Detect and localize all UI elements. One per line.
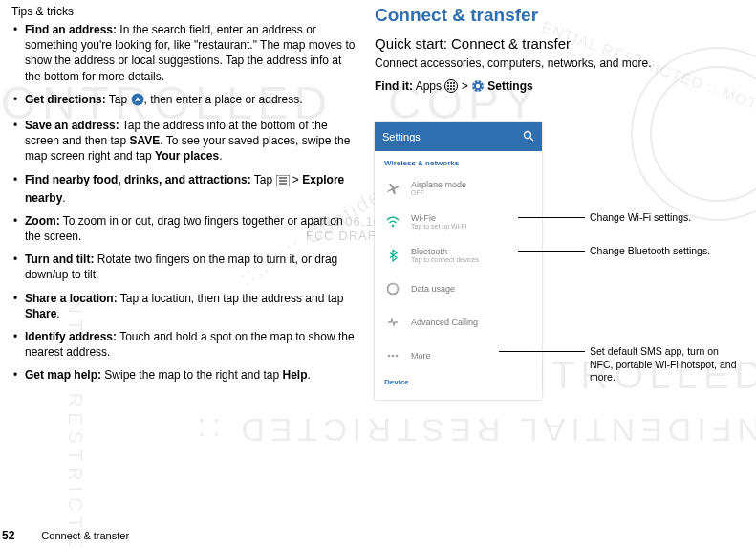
tip-label: Turn and tilt: [25, 252, 94, 266]
svg-line-28 [530, 138, 533, 141]
phone-section-head: Wireless & networks [375, 151, 542, 171]
tip-text: Tap [106, 93, 131, 106]
svg-point-31 [388, 354, 391, 357]
row-title: More [411, 351, 431, 361]
apps-icon [444, 79, 458, 96]
phone-mock: Settings Wireless & networks Airplane mo… [375, 122, 542, 400]
tip-label: Save an address: [25, 119, 119, 132]
phone-title: Settings [382, 131, 421, 142]
tip-label: Identify address: [25, 330, 117, 343]
svg-point-12 [450, 85, 452, 87]
tip-text: Tap [251, 173, 276, 186]
find-it-bold: Settings [485, 79, 533, 93]
phone-row-more[interactable]: More [375, 339, 542, 372]
find-it-label: Find it: [375, 79, 413, 93]
tip-text: . [307, 368, 310, 382]
phone-row-data[interactable]: Data usage [375, 272, 542, 305]
directions-icon [131, 93, 144, 110]
row-title: Wi-Fie [411, 213, 466, 223]
page-subtitle: Quick start: Connect & transfer [375, 35, 752, 52]
row-sub: OFF [411, 189, 466, 196]
list-item: Save an address: Tap the address info at… [11, 118, 359, 164]
list-item: Identify address: Touch and hold a spot … [11, 329, 359, 360]
tip-text: Tap a location, then tap the address and… [118, 292, 344, 305]
svg-point-27 [525, 132, 531, 139]
svg-point-8 [447, 82, 449, 84]
list-item: Share a location: Tap a location, then t… [11, 291, 359, 321]
tip-label: Find nearby food, drinks, and attraction… [25, 173, 251, 186]
tips-list: Find an address: In the search field, en… [11, 22, 359, 384]
airplane-icon [384, 180, 401, 197]
bluetooth-icon [384, 247, 401, 264]
row-title: Advanced Calling [411, 318, 478, 327]
tip-label: Find an address: [25, 23, 117, 36]
svg-point-10 [453, 82, 455, 84]
list-item: Get map help: Swipe the map to the right… [11, 367, 359, 383]
svg-point-32 [392, 354, 395, 357]
svg-point-14 [447, 88, 449, 90]
search-icon[interactable] [523, 130, 534, 143]
phone-device-head: Device [375, 372, 542, 386]
row-sub: Tap to set up Wi-Fi [411, 223, 466, 230]
phone-row-airplane[interactable]: Airplane modeOFF [375, 171, 542, 205]
advanced-calling-icon [384, 314, 401, 331]
callout-more: Set default SMS app, turn on NFC, portab… [590, 345, 743, 384]
tip-text: > [290, 173, 303, 186]
page-title: Connect & transfer [375, 5, 752, 26]
list-item: Get directions: Tap , then enter a place… [11, 92, 359, 110]
row-title: Data usage [411, 284, 455, 294]
svg-point-33 [396, 354, 399, 357]
list-item: Find an address: In the search field, en… [11, 22, 359, 84]
page-number: 52 [2, 529, 14, 542]
svg-point-15 [450, 88, 452, 90]
tip-text: Swipe the map to the right and tap [101, 368, 282, 382]
svg-point-11 [447, 85, 449, 87]
tip-text: . [219, 149, 222, 163]
tip-bold: Help [282, 368, 307, 382]
tip-text: . [56, 307, 59, 320]
tip-text: To zoom in or out, drag two fingers toge… [25, 214, 343, 243]
page-footer: 52 Connect & transfer [0, 529, 756, 542]
tip-bold: SAVE [129, 134, 160, 147]
find-it-text: Apps [413, 79, 444, 93]
menu-icon [276, 175, 290, 190]
tip-label: Get directions: [25, 93, 106, 106]
svg-point-9 [450, 82, 452, 84]
data-usage-icon [384, 280, 401, 297]
list-item: Turn and tilt: Rotate two fingers on the… [11, 252, 359, 282]
svg-point-13 [453, 85, 455, 87]
tip-bold: Your places [155, 149, 219, 163]
svg-point-18 [476, 84, 480, 88]
phone-row-bluetooth[interactable]: BluetoothTap to connect devices [375, 238, 542, 272]
phone-row-wifi[interactable]: Wi-FieTap to set up Wi-Fi [375, 205, 542, 238]
list-item: Find nearby food, drinks, and attraction… [11, 172, 359, 206]
row-title: Airplane mode [411, 180, 466, 189]
svg-point-29 [392, 224, 395, 227]
tip-label: Get map help: [25, 368, 101, 382]
wifi-icon [384, 213, 401, 230]
tip-label: Share a location: [25, 292, 118, 305]
tips-heading: Tips & tricks [11, 5, 359, 18]
footer-section: Connect & transfer [41, 530, 129, 541]
callout-bluetooth: Change Bluetooth settings. [590, 245, 710, 258]
phone-row-advanced[interactable]: Advanced Calling [375, 305, 542, 339]
intro-text: Connect accessories, computers, networks… [375, 55, 752, 72]
tip-bold: Share [25, 307, 56, 320]
find-it-arrow: > [458, 79, 471, 93]
more-icon [384, 347, 401, 364]
list-item: Zoom: To zoom in or out, drag two finger… [11, 213, 359, 244]
find-it-line: Find it: Apps > Settings [375, 79, 752, 96]
callout-wifi: Change Wi-Fi settings. [590, 211, 691, 225]
tip-text: . [62, 191, 65, 205]
row-sub: Tap to connect devices [411, 256, 479, 263]
settings-icon [471, 79, 485, 96]
svg-point-16 [453, 88, 455, 90]
row-title: Bluetooth [411, 247, 479, 256]
tip-text: , then enter a place or address. [144, 93, 303, 106]
tip-label: Zoom: [25, 214, 60, 228]
